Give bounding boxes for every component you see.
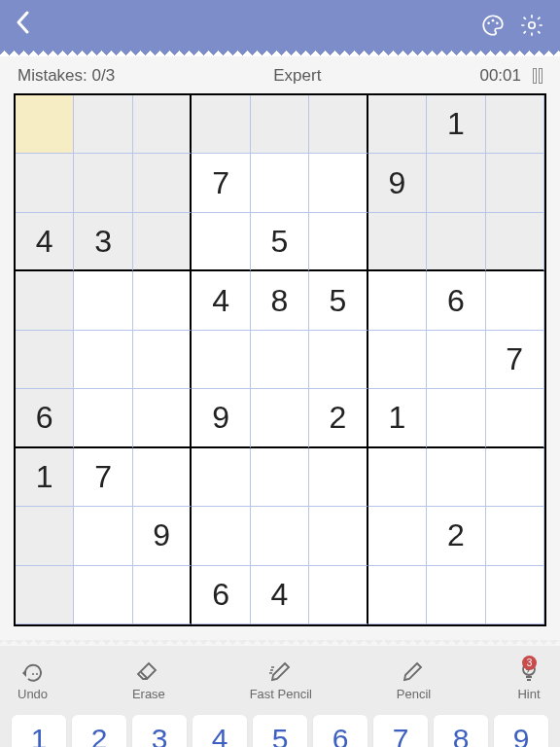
cell-r7-c6[interactable] xyxy=(368,507,427,565)
cell-r3-c1[interactable] xyxy=(74,271,132,330)
fast-pencil-button[interactable]: Fast Pencil xyxy=(250,659,312,701)
cell-r8-c1[interactable] xyxy=(74,566,132,624)
cell-r8-c7[interactable] xyxy=(427,566,485,624)
cell-r7-c0[interactable] xyxy=(16,507,74,565)
cell-r6-c3[interactable] xyxy=(192,448,250,507)
cell-r7-c7[interactable]: 2 xyxy=(427,507,485,565)
cell-r2-c0[interactable]: 4 xyxy=(16,213,74,271)
cell-r3-c5[interactable]: 5 xyxy=(309,271,368,330)
cell-r5-c8[interactable] xyxy=(486,389,544,447)
cell-r2-c3[interactable] xyxy=(192,213,250,271)
cell-r4-c6[interactable] xyxy=(368,331,427,389)
cell-r6-c2[interactable] xyxy=(133,448,192,507)
cell-r1-c7[interactable] xyxy=(427,154,485,212)
cell-r2-c4[interactable]: 5 xyxy=(251,213,309,271)
cell-r4-c7[interactable] xyxy=(427,331,485,389)
cell-r4-c5[interactable] xyxy=(309,331,368,389)
cell-r2-c8[interactable] xyxy=(486,213,544,271)
num-7[interactable]: 7 xyxy=(373,715,428,747)
cell-r8-c6[interactable] xyxy=(368,566,427,624)
cell-r1-c2[interactable] xyxy=(133,154,192,212)
cell-r6-c5[interactable] xyxy=(309,448,368,507)
cell-r5-c0[interactable]: 6 xyxy=(16,389,74,447)
back-button[interactable] xyxy=(16,10,29,41)
pencil-button[interactable]: Pencil xyxy=(397,659,431,701)
erase-button[interactable]: Erase xyxy=(132,659,165,701)
cell-r1-c5[interactable] xyxy=(309,154,368,212)
cell-r0-c5[interactable] xyxy=(309,95,368,154)
settings-icon[interactable] xyxy=(519,13,544,38)
cell-r1-c8[interactable] xyxy=(486,154,544,212)
cell-r8-c4[interactable]: 4 xyxy=(251,566,309,624)
cell-r7-c4[interactable] xyxy=(251,507,309,565)
cell-r3-c3[interactable]: 4 xyxy=(192,271,250,330)
cell-r5-c4[interactable] xyxy=(251,389,309,447)
cell-r2-c2[interactable] xyxy=(133,213,192,271)
cell-r6-c1[interactable]: 7 xyxy=(74,448,132,507)
cell-r8-c8[interactable] xyxy=(486,566,544,624)
cell-r7-c1[interactable] xyxy=(74,507,132,565)
num-5[interactable]: 5 xyxy=(253,715,307,747)
cell-r0-c7[interactable]: 1 xyxy=(427,95,485,154)
cell-r8-c0[interactable] xyxy=(16,566,74,624)
cell-r8-c3[interactable]: 6 xyxy=(192,566,250,624)
cell-r0-c2[interactable] xyxy=(133,95,192,154)
hint-button[interactable]: 3 Hint xyxy=(515,659,542,701)
cell-r5-c6[interactable]: 1 xyxy=(368,389,427,447)
cell-r3-c7[interactable]: 6 xyxy=(427,271,485,330)
num-1[interactable]: 1 xyxy=(12,715,66,747)
cell-r7-c8[interactable] xyxy=(486,507,544,565)
num-2[interactable]: 2 xyxy=(72,715,126,747)
cell-r6-c6[interactable] xyxy=(368,448,427,507)
cell-r3-c8[interactable] xyxy=(486,271,544,330)
cell-r1-c3[interactable]: 7 xyxy=(192,154,250,212)
cell-r7-c3[interactable] xyxy=(192,507,250,565)
cell-r0-c6[interactable] xyxy=(368,95,427,154)
cell-r4-c1[interactable] xyxy=(74,331,132,389)
cell-r0-c3[interactable] xyxy=(192,95,250,154)
pause-button[interactable] xyxy=(533,68,542,84)
cell-r8-c2[interactable] xyxy=(133,566,192,624)
cell-r0-c0[interactable] xyxy=(16,95,74,154)
cell-r1-c0[interactable] xyxy=(16,154,74,212)
cell-r8-c5[interactable] xyxy=(309,566,368,624)
difficulty-label: Expert xyxy=(273,66,321,86)
cell-r3-c2[interactable] xyxy=(133,271,192,330)
cell-r0-c4[interactable] xyxy=(251,95,309,154)
cell-r6-c0[interactable]: 1 xyxy=(16,448,74,507)
cell-r5-c1[interactable] xyxy=(74,389,132,447)
cell-r7-c5[interactable] xyxy=(309,507,368,565)
cell-r1-c1[interactable] xyxy=(74,154,132,212)
cell-r6-c8[interactable] xyxy=(486,448,544,507)
undo-button[interactable]: Undo xyxy=(18,659,48,701)
cell-r3-c6[interactable] xyxy=(368,271,427,330)
num-3[interactable]: 3 xyxy=(132,715,187,747)
num-8[interactable]: 8 xyxy=(434,715,488,747)
cell-r1-c6[interactable]: 9 xyxy=(368,154,427,212)
cell-r2-c6[interactable] xyxy=(368,213,427,271)
cell-r2-c1[interactable]: 3 xyxy=(74,213,132,271)
cell-r0-c8[interactable] xyxy=(486,95,544,154)
cell-r6-c7[interactable] xyxy=(427,448,485,507)
cell-r6-c4[interactable] xyxy=(251,448,309,507)
cell-r7-c2[interactable]: 9 xyxy=(133,507,192,565)
cell-r0-c1[interactable] xyxy=(74,95,132,154)
num-9[interactable]: 9 xyxy=(494,715,548,747)
num-4[interactable]: 4 xyxy=(192,715,247,747)
cell-r3-c0[interactable] xyxy=(16,271,74,330)
cell-r5-c3[interactable]: 9 xyxy=(192,389,250,447)
cell-r5-c2[interactable] xyxy=(133,389,192,447)
cell-r2-c7[interactable] xyxy=(427,213,485,271)
num-6[interactable]: 6 xyxy=(313,715,368,747)
cell-r3-c4[interactable]: 8 xyxy=(251,271,309,330)
cell-r1-c4[interactable] xyxy=(251,154,309,212)
cell-r4-c0[interactable] xyxy=(16,331,74,389)
cell-r5-c7[interactable] xyxy=(427,389,485,447)
cell-r4-c2[interactable] xyxy=(133,331,192,389)
cell-r2-c5[interactable] xyxy=(309,213,368,271)
cell-r4-c3[interactable] xyxy=(192,331,250,389)
cell-r5-c5[interactable]: 2 xyxy=(309,389,368,447)
cell-r4-c8[interactable]: 7 xyxy=(486,331,544,389)
cell-r4-c4[interactable] xyxy=(251,331,309,389)
palette-icon[interactable] xyxy=(480,13,506,38)
